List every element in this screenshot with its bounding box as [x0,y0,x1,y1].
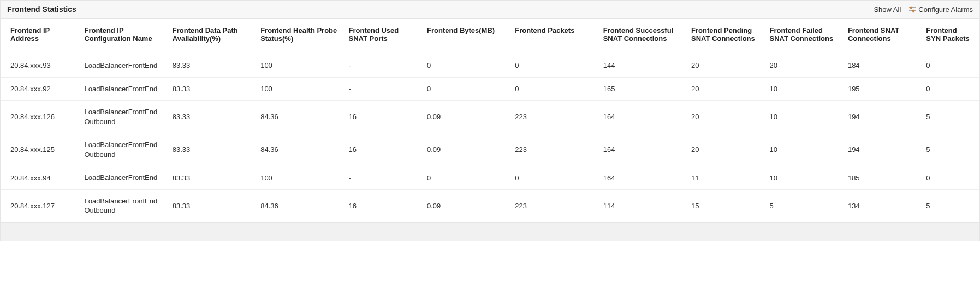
frontend-statistics-panel: Frontend Statistics Show All Configure A… [0,0,980,241]
cell-health: 100 [255,54,343,78]
cell-snat_conn: 194 [842,101,920,133]
header-actions: Show All Configure Alarms [874,5,973,14]
panel-header: Frontend Statistics Show All Configure A… [1,1,979,19]
cell-succ_snat: 164 [598,101,686,133]
cell-fail_snat: 20 [764,54,842,78]
col-pend-snat[interactable]: Frontend Pending SNAT Connections [686,19,764,54]
cell-fail_snat: 10 [764,133,842,166]
cell-fail_snat: 10 [764,101,842,133]
cell-ip: 20.84.xxx.93 [1,54,79,78]
cell-packets: 223 [509,189,597,222]
cell-succ_snat: 114 [598,189,686,222]
col-bytes[interactable]: Frontend Bytes(MB) [421,19,509,54]
cell-succ_snat: 164 [598,166,686,190]
cell-datapath: 83.33 [167,101,255,133]
col-snat-conn[interactable]: Frontend SNAT Connections [842,19,920,54]
cell-pend_snat: 11 [686,166,764,190]
cell-ip: 20.84.xxx.127 [1,189,79,222]
cell-pend_snat: 20 [686,54,764,78]
show-all-link[interactable]: Show All [874,5,901,14]
cell-config: LoadBalancerFrontEnd [79,166,167,190]
cell-pend_snat: 20 [686,133,764,166]
cell-datapath: 83.33 [167,166,255,190]
cell-syn: 0 [920,77,979,101]
col-health[interactable]: Frontend Health Probe Status(%) [255,19,343,54]
configure-alarms-wrap[interactable]: Configure Alarms [908,5,973,14]
cell-config: LoadBalancerFrontEnd [79,77,167,101]
cell-snat_ports: 16 [343,133,421,166]
cell-succ_snat: 144 [598,54,686,78]
cell-pend_snat: 20 [686,77,764,101]
cell-snat_conn: 185 [842,166,920,190]
cell-health: 100 [255,166,343,190]
cell-datapath: 83.33 [167,54,255,78]
cell-bytes: 0 [421,166,509,190]
col-config[interactable]: Frontend IP Configuration Name [79,19,167,54]
col-packets[interactable]: Frontend Packets [509,19,597,54]
table-row[interactable]: 20.84.xxx.127LoadBalancerFrontEndOutboun… [1,189,979,222]
col-fail-snat[interactable]: Frontend Failed SNAT Connections [764,19,842,54]
cell-snat_conn: 184 [842,54,920,78]
cell-config: LoadBalancerFrontEndOutbound [79,189,167,222]
cell-pend_snat: 15 [686,189,764,222]
cell-syn: 5 [920,101,979,133]
cell-syn: 5 [920,189,979,222]
cell-bytes: 0 [421,54,509,78]
cell-syn: 5 [920,133,979,166]
cell-pend_snat: 20 [686,101,764,133]
cell-config: LoadBalancerFrontEnd [79,54,167,78]
frontend-stats-table: Frontend IP Address Frontend IP Configur… [1,19,979,222]
cell-snat_conn: 195 [842,77,920,101]
cell-fail_snat: 10 [764,77,842,101]
svg-point-1 [910,7,912,9]
cell-bytes: 0.09 [421,133,509,166]
table-header-row: Frontend IP Address Frontend IP Configur… [1,19,979,54]
table-row[interactable]: 20.84.xxx.126LoadBalancerFrontEndOutboun… [1,101,979,133]
table-body: 20.84.xxx.93LoadBalancerFrontEnd83.33100… [1,54,979,222]
cell-snat_ports: - [343,77,421,101]
cell-succ_snat: 165 [598,77,686,101]
col-succ-snat[interactable]: Frontend Successful SNAT Connections [598,19,686,54]
col-snat-ports[interactable]: Frontend Used SNAT Ports [343,19,421,54]
table-row[interactable]: 20.84.xxx.94LoadBalancerFrontEnd83.33100… [1,166,979,190]
panel-title: Frontend Statistics [7,5,874,14]
sliders-icon [908,5,916,13]
cell-health: 84.36 [255,101,343,133]
cell-fail_snat: 5 [764,189,842,222]
cell-ip: 20.84.xxx.92 [1,77,79,101]
table-row[interactable]: 20.84.xxx.125LoadBalancerFrontEndOutboun… [1,133,979,166]
cell-snat_ports: 16 [343,101,421,133]
col-datapath[interactable]: Frontend Data Path Availability(%) [167,19,255,54]
cell-snat_conn: 134 [842,189,920,222]
cell-ip: 20.84.xxx.126 [1,101,79,133]
cell-packets: 223 [509,133,597,166]
cell-syn: 0 [920,166,979,190]
cell-snat_conn: 194 [842,133,920,166]
cell-health: 84.36 [255,133,343,166]
col-ip[interactable]: Frontend IP Address [1,19,79,54]
table-row[interactable]: 20.84.xxx.93LoadBalancerFrontEnd83.33100… [1,54,979,78]
cell-packets: 0 [509,54,597,78]
cell-syn: 0 [920,54,979,78]
cell-packets: 0 [509,77,597,101]
cell-packets: 0 [509,166,597,190]
svg-point-3 [912,10,914,12]
table-footer-strip [1,222,979,241]
cell-succ_snat: 164 [598,133,686,166]
cell-ip: 20.84.xxx.125 [1,133,79,166]
cell-snat_ports: 16 [343,189,421,222]
configure-alarms-link[interactable]: Configure Alarms [918,5,973,14]
col-syn[interactable]: Frontend SYN Packets [920,19,979,54]
cell-config: LoadBalancerFrontEndOutbound [79,101,167,133]
cell-bytes: 0.09 [421,101,509,133]
cell-bytes: 0.09 [421,189,509,222]
cell-health: 84.36 [255,189,343,222]
cell-ip: 20.84.xxx.94 [1,166,79,190]
cell-bytes: 0 [421,77,509,101]
cell-datapath: 83.33 [167,133,255,166]
cell-health: 100 [255,77,343,101]
cell-snat_ports: - [343,54,421,78]
table-row[interactable]: 20.84.xxx.92LoadBalancerFrontEnd83.33100… [1,77,979,101]
cell-snat_ports: - [343,166,421,190]
cell-packets: 223 [509,101,597,133]
